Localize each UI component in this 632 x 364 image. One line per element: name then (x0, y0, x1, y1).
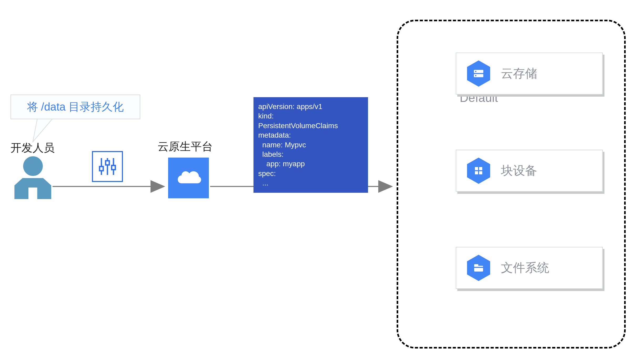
svg-point-14 (475, 75, 476, 76)
platform-label: 云原生平台 (158, 139, 213, 154)
storage-card-title: 块设备 (501, 163, 537, 179)
svg-point-13 (475, 71, 476, 72)
speech-bubble: 将 /data 目录持久化 (11, 95, 140, 119)
blocks-icon (467, 158, 490, 184)
developer-label: 开发人员 (11, 141, 55, 155)
yaml-line: name: Mypvc (258, 141, 306, 149)
storage-card-block: 块设备 (456, 150, 603, 192)
yaml-line: metadata: (258, 131, 291, 139)
yaml-line: kind: (258, 112, 274, 120)
settings-sliders-icon (92, 151, 123, 182)
yaml-line: apiVersion: apps/v1 (258, 102, 322, 111)
storage-card-title: 云存储 (501, 65, 537, 82)
svg-rect-15 (475, 167, 478, 170)
yaml-line: PersistentVolumeClaims (258, 122, 338, 130)
svg-rect-10 (112, 165, 115, 170)
developer-person-icon (14, 156, 51, 199)
svg-rect-17 (475, 171, 478, 174)
svg-rect-18 (479, 171, 482, 174)
storage-card-cloud: 云存储 (456, 53, 603, 95)
yaml-line: spec: (258, 169, 276, 178)
svg-rect-21 (474, 267, 483, 268)
svg-rect-6 (100, 167, 103, 171)
svg-rect-16 (479, 167, 482, 170)
cloud-platform-icon (168, 158, 209, 198)
svg-marker-1 (33, 119, 53, 142)
speech-text: 将 /data 目录持久化 (27, 100, 124, 114)
yaml-line: app: myapp (258, 160, 305, 168)
storage-card-filesystem: 文件系统 (456, 247, 603, 289)
storage-card-title: 文件系统 (501, 260, 549, 276)
yaml-line: ... (258, 179, 268, 187)
yaml-line: labels: (258, 150, 284, 158)
svg-rect-20 (474, 264, 478, 267)
yaml-manifest: apiVersion: apps/v1 kind: PersistentVolu… (253, 97, 368, 193)
svg-rect-8 (106, 161, 109, 165)
folder-icon (467, 255, 490, 281)
disk-stack-icon (467, 60, 490, 87)
